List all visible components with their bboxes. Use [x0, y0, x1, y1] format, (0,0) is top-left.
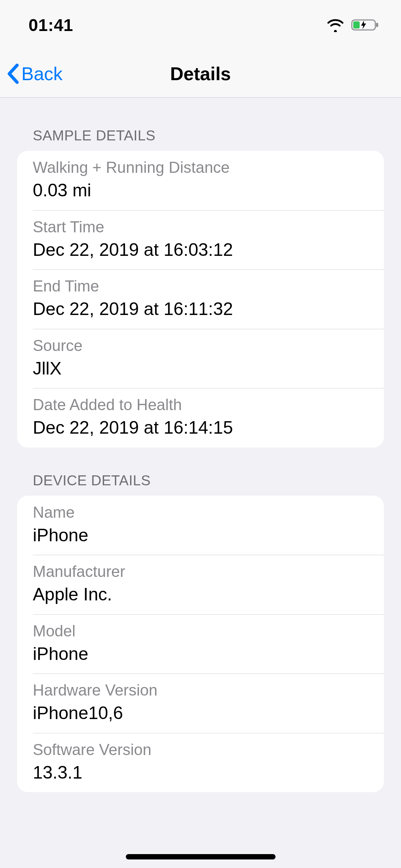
row-label: Manufacturer — [33, 563, 368, 580]
row-end-time: End Time Dec 22, 2019 at 16:11:32 — [17, 269, 384, 329]
row-manufacturer: Manufacturer Apple Inc. — [17, 555, 384, 614]
battery-icon — [351, 18, 380, 32]
row-label: Walking + Running Distance — [33, 159, 368, 176]
row-hardware-version: Hardware Version iPhone10,6 — [17, 673, 384, 733]
section-header-device: DEVICE DETAILS — [17, 448, 384, 496]
row-label: Date Added to Health — [33, 396, 368, 414]
group-sample-details: Walking + Running Distance 0.03 mi Start… — [17, 151, 384, 448]
row-value: Dec 22, 2019 at 16:03:12 — [33, 239, 368, 261]
back-label: Back — [21, 63, 63, 84]
row-source: Source JllX — [17, 329, 384, 388]
row-value: 0.03 mi — [33, 179, 368, 202]
row-value: 13.3.1 — [33, 761, 368, 784]
home-indicator[interactable] — [126, 854, 276, 859]
nav-bar: Back Details — [0, 50, 401, 98]
row-label: Software Version — [33, 741, 368, 759]
row-date-added: Date Added to Health Dec 22, 2019 at 16:… — [17, 388, 384, 448]
row-software-version: Software Version 13.3.1 — [17, 733, 384, 792]
section-header-sample: SAMPLE DETAILS — [17, 98, 384, 151]
row-value: Apple Inc. — [33, 583, 368, 606]
svg-rect-2 — [353, 21, 360, 29]
content: SAMPLE DETAILS Walking + Running Distanc… — [0, 98, 401, 792]
row-device-name: Name iPhone — [17, 496, 384, 555]
row-value: iPhone — [33, 524, 368, 547]
row-value: iPhone10,6 — [33, 702, 368, 724]
row-label: Hardware Version — [33, 681, 368, 699]
status-time: 01:41 — [29, 15, 73, 35]
row-label: Name — [33, 503, 368, 521]
row-value: Dec 22, 2019 at 16:11:32 — [33, 298, 368, 320]
row-label: End Time — [33, 277, 368, 295]
row-model: Model iPhone — [17, 614, 384, 674]
status-right — [326, 18, 380, 32]
chevron-left-icon — [6, 63, 20, 84]
wifi-icon — [326, 18, 345, 32]
row-value: Dec 22, 2019 at 16:14:15 — [33, 417, 368, 439]
row-label: Model — [33, 622, 368, 640]
row-label: Source — [33, 337, 368, 355]
row-label: Start Time — [33, 218, 368, 236]
row-start-time: Start Time Dec 22, 2019 at 16:03:12 — [17, 210, 384, 270]
svg-rect-1 — [376, 23, 378, 27]
row-value: JllX — [33, 357, 368, 380]
back-button[interactable]: Back — [6, 63, 63, 84]
group-device-details: Name iPhone Manufacturer Apple Inc. Mode… — [17, 496, 384, 792]
row-walking-running-distance: Walking + Running Distance 0.03 mi — [17, 151, 384, 210]
status-bar: 01:41 — [0, 0, 401, 50]
row-value: iPhone — [33, 643, 368, 665]
